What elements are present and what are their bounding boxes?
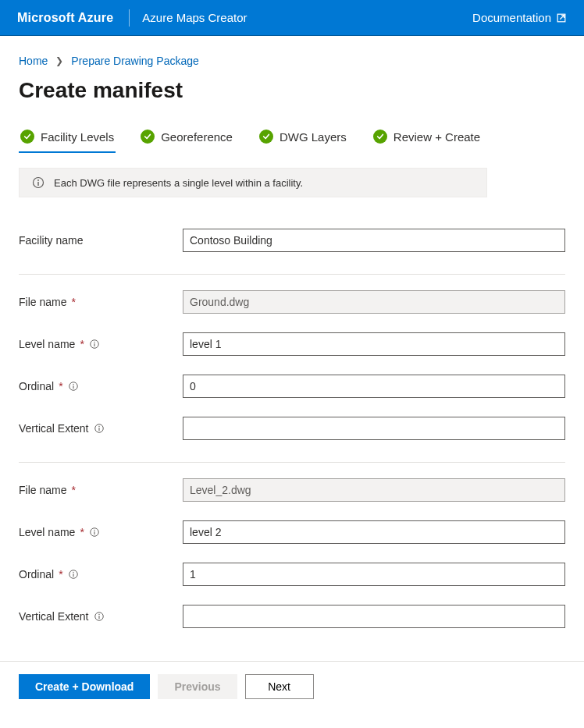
info-banner-text: Each DWG file represents a single level … (54, 177, 303, 189)
svg-rect-9 (73, 385, 73, 389)
tab-label: Facility Levels (41, 130, 114, 144)
product-label: Azure Maps Creator (142, 11, 247, 24)
svg-rect-21 (98, 616, 99, 619)
row-file-name: File name * (19, 469, 565, 511)
vertical-extent-input[interactable] (183, 417, 565, 440)
row-facility-name: Facility name (19, 219, 565, 261)
tab-facility-levels[interactable]: Facility Levels (19, 125, 116, 153)
svg-point-20 (98, 614, 99, 615)
svg-point-11 (98, 426, 99, 427)
vertical-extent-input[interactable] (183, 605, 565, 628)
documentation-label: Documentation (472, 11, 551, 24)
external-link-icon (556, 12, 567, 23)
row-ordinal: Ordinal * (19, 365, 565, 407)
breadcrumb-prepare-drawing-package[interactable]: Prepare Drawing Package (71, 55, 198, 67)
row-level-name: Level name * (19, 511, 565, 553)
info-icon (32, 176, 45, 189)
chevron-right-icon: ❯ (55, 55, 63, 66)
info-banner: Each DWG file represents a single level … (19, 168, 487, 197)
topbar-divider (129, 9, 130, 27)
tab-georeference[interactable]: Georeference (139, 125, 234, 153)
required-marker: * (71, 296, 75, 308)
svg-point-17 (73, 572, 73, 573)
divider (19, 274, 565, 275)
svg-point-2 (37, 179, 39, 181)
create-download-button[interactable]: Create + Download (19, 674, 150, 699)
level-name-label: Level name (19, 526, 75, 538)
info-icon[interactable] (89, 527, 100, 538)
file-name-label: File name (19, 484, 66, 496)
documentation-link[interactable]: Documentation (472, 11, 567, 24)
top-bar: Microsoft Azure Azure Maps Creator Docum… (0, 0, 584, 36)
tab-dwg-layers[interactable]: DWG Layers (258, 125, 348, 153)
brand-label: Microsoft Azure (17, 11, 113, 25)
row-file-name: File name * (19, 281, 565, 323)
info-icon[interactable] (94, 611, 105, 622)
required-marker: * (59, 380, 62, 392)
tab-label: DWG Layers (280, 130, 347, 144)
row-vertical-extent: Vertical Extent (19, 595, 565, 637)
ordinal-input[interactable] (183, 375, 565, 398)
info-icon[interactable] (68, 569, 79, 580)
svg-point-8 (73, 384, 73, 385)
ordinal-label: Ordinal (19, 568, 54, 581)
file-name-label: File name (19, 296, 66, 308)
vertical-extent-label: Vertical Extent (19, 422, 89, 435)
next-button[interactable]: Next (245, 674, 314, 699)
info-icon[interactable] (68, 381, 79, 392)
row-ordinal: Ordinal * (19, 553, 565, 595)
breadcrumb-home[interactable]: Home (19, 55, 48, 67)
footer-bar: Create + Download Previous Next (0, 661, 584, 716)
facility-name-input[interactable] (183, 229, 565, 252)
required-marker: * (71, 484, 75, 496)
level-name-input[interactable] (183, 332, 565, 356)
required-marker: * (80, 338, 84, 350)
file-name-input (183, 478, 565, 502)
vertical-extent-label: Vertical Extent (19, 610, 89, 623)
required-marker: * (80, 526, 84, 538)
row-level-name: Level name * (19, 323, 565, 365)
info-icon[interactable] (94, 423, 105, 434)
check-circle-icon (373, 130, 387, 144)
tabs: Facility Levels Georeference DWG Layers … (19, 125, 565, 154)
page-title: Create manifest (19, 78, 565, 103)
ordinal-input[interactable] (183, 563, 565, 586)
facility-name-label: Facility name (19, 234, 83, 247)
required-marker: * (59, 568, 62, 581)
svg-rect-3 (37, 182, 38, 186)
tab-label: Review + Create (393, 130, 480, 144)
info-icon[interactable] (89, 339, 100, 350)
svg-point-14 (94, 530, 94, 531)
check-circle-icon (20, 130, 34, 144)
breadcrumb: Home ❯ Prepare Drawing Package (19, 55, 565, 67)
svg-point-5 (94, 342, 94, 343)
svg-rect-6 (94, 343, 94, 346)
svg-rect-12 (98, 428, 99, 431)
previous-button: Previous (158, 674, 237, 699)
level-name-label: Level name (19, 338, 75, 350)
divider (19, 462, 565, 463)
level-name-input[interactable] (183, 520, 565, 544)
check-circle-icon (141, 130, 155, 144)
svg-rect-15 (94, 531, 94, 534)
tab-label: Georeference (161, 130, 233, 144)
check-circle-icon (259, 130, 273, 144)
ordinal-label: Ordinal (19, 380, 54, 392)
tab-review-create[interactable]: Review + Create (372, 125, 482, 153)
row-vertical-extent: Vertical Extent (19, 407, 565, 449)
svg-rect-18 (73, 574, 73, 577)
file-name-input (183, 290, 565, 314)
